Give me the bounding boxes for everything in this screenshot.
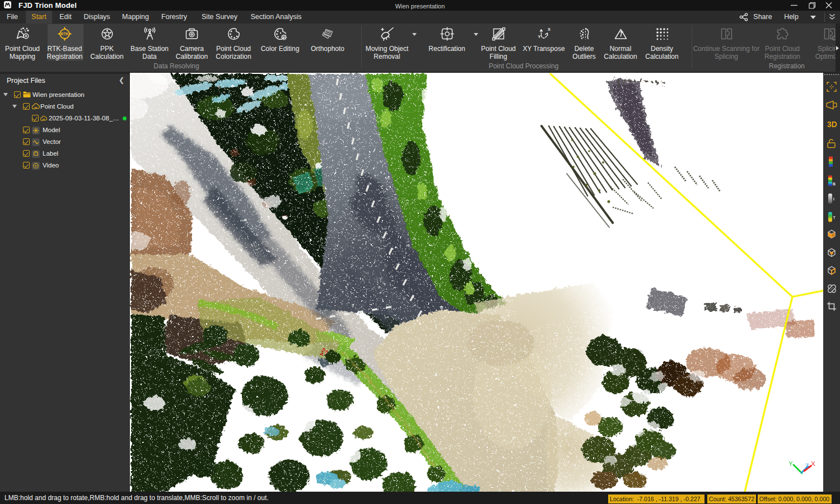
svg-text:Z: Z <box>805 463 809 469</box>
svg-text:T: T <box>833 216 836 220</box>
svg-text:X: X <box>548 27 550 32</box>
svg-text:X: X <box>811 460 815 467</box>
svg-text:Y: Y <box>538 34 540 39</box>
svg-text:RTK: RTK <box>61 32 69 36</box>
svg-text:I: I <box>833 197 834 201</box>
svg-text:B: B <box>833 182 836 186</box>
svg-text:Y: Y <box>788 460 793 467</box>
